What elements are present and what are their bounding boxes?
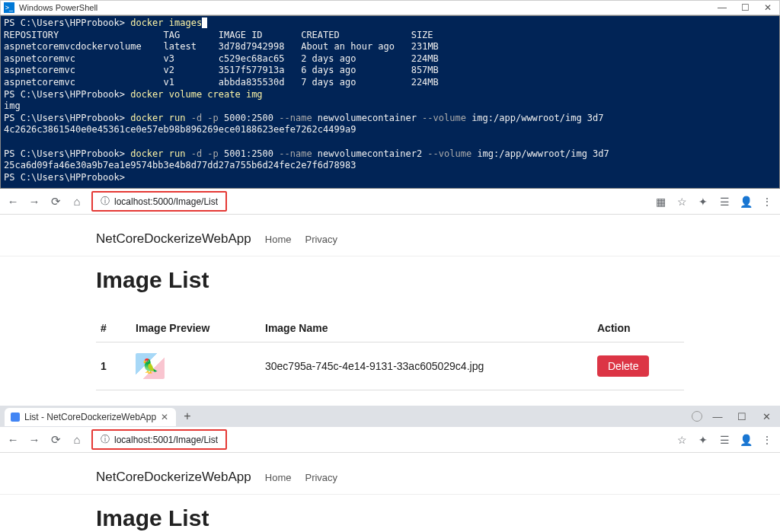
new-tab-button[interactable]: + [184,409,190,423]
url-highlight: ⓘ localhost:5000/Image/List [91,191,227,212]
th-preview: Image Preview [131,314,261,342]
nav-home[interactable]: Home [265,234,292,245]
address-bar[interactable]: ⓘ localhost:5000/Image/List [93,193,225,210]
ps-window-title: Windows PowerShell [18,3,711,12]
close-button[interactable]: ✕ [757,411,775,422]
info-icon: ⓘ [101,433,110,446]
reading-list-icon[interactable]: ☰ [718,195,731,209]
nav-privacy[interactable]: Privacy [305,234,337,245]
reading-list-icon[interactable]: ☰ [718,433,731,447]
maximize-button[interactable]: ☐ [734,1,756,14]
account-circle-icon[interactable] [692,411,702,422]
back-button[interactable]: ← [6,433,20,447]
image-thumbnail: 🦜 [136,353,165,379]
home-button[interactable]: ⌂ [70,433,84,447]
close-button[interactable]: ✕ [756,1,779,14]
browser1-toolbar: ← → ⟳ ⌂ ⓘ localhost:5000/Image/List ▦ ☆ … [0,189,780,215]
star-icon[interactable]: ☆ [675,433,689,447]
th-action: Action [593,314,684,342]
minimize-button[interactable]: — [708,411,727,422]
th-name: Image Name [261,314,593,342]
back-button[interactable]: ← [6,195,20,209]
terminal-body[interactable]: PS C:\Users\HPProbook> docker images REP… [0,15,780,189]
menu-icon[interactable]: ⋮ [760,195,774,209]
page-title: Image List [96,267,684,293]
page-title: Image List [96,505,684,531]
nav-home[interactable]: Home [265,472,292,483]
extensions-icon[interactable]: ✦ [696,195,710,209]
image-table: # Image Preview Image Name Action 1 🦜 30… [96,314,684,390]
browser2-tabstrip: List - NetCoreDockerizeWebApp ✕ + — ☐ ✕ [0,406,780,427]
tab-close-icon[interactable]: ✕ [161,412,168,422]
forward-button[interactable]: → [27,433,41,447]
site-navbar: NetCoreDockerizeWebApp Home Privacy [0,462,780,495]
star-icon[interactable]: ☆ [675,195,689,209]
url-highlight: ⓘ localhost:5001/Image/List [91,429,227,450]
minimize-button[interactable]: — [711,1,734,14]
maximize-button[interactable]: ☐ [733,411,751,422]
th-num: # [96,314,131,342]
browser1-page: NetCoreDockerizeWebApp Home Privacy Imag… [0,215,780,406]
profile-icon[interactable]: 👤 [739,433,753,447]
reload-button[interactable]: ⟳ [49,433,62,447]
browser2-toolbar: ← → ⟳ ⌂ ⓘ localhost:5001/Image/List ☆ ✦ … [0,427,780,453]
browser-tab[interactable]: List - NetCoreDockerizeWebApp ✕ [5,408,176,426]
ps-titlebar: >_ Windows PowerShell — ☐ ✕ [0,0,780,15]
image-name: 30ec795a-745c-4e14-9131-33ac605029c4.jpg [261,342,593,390]
info-icon: ⓘ [101,195,110,208]
brand[interactable]: NetCoreDockerizeWebApp [96,470,251,485]
address-bar[interactable]: ⓘ localhost:5001/Image/List [93,431,225,448]
forward-button[interactable]: → [27,195,41,209]
reload-button[interactable]: ⟳ [49,195,62,209]
ps-icon: >_ [4,2,14,13]
delete-button[interactable]: Delete [597,355,649,377]
row-num: 1 [96,342,131,390]
nav-privacy[interactable]: Privacy [305,472,337,483]
menu-icon[interactable]: ⋮ [760,433,774,447]
profile-icon[interactable]: 👤 [739,195,753,209]
browser2-page: NetCoreDockerizeWebApp Home Privacy Imag… [0,453,780,532]
tab-title: List - NetCoreDockerizeWebApp [24,412,156,422]
home-button[interactable]: ⌂ [70,195,84,209]
site-navbar: NetCoreDockerizeWebApp Home Privacy [0,224,780,256]
extensions-icon[interactable]: ✦ [696,433,710,447]
table-row: 1 🦜 30ec795a-745c-4e14-9131-33ac605029c4… [96,342,684,390]
favicon-icon [11,413,20,422]
brand[interactable]: NetCoreDockerizeWebApp [96,231,251,247]
translate-icon[interactable]: ▦ [654,195,667,209]
